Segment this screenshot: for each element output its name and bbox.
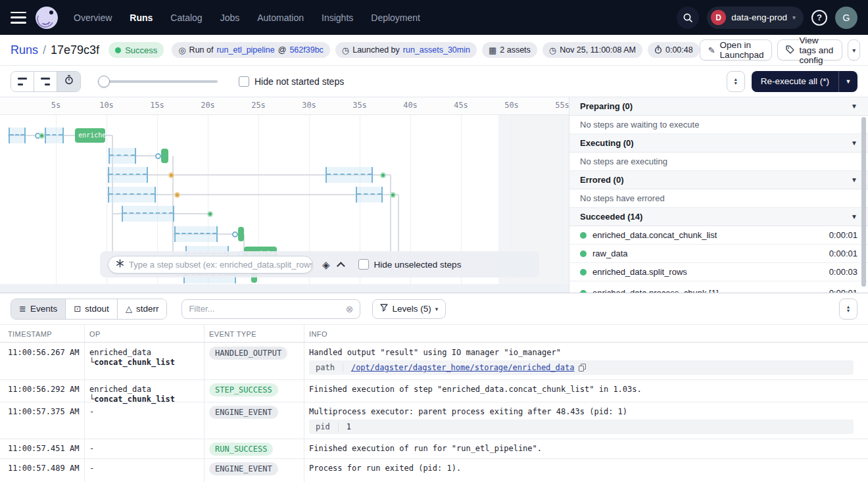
funnel-icon [380,304,388,314]
step-subset-input[interactable]: Type a step subset (ex: enriched_data.sp… [108,256,313,274]
step-row[interactable]: enriched_data.concat_chunk_list 0:00:01 [569,226,868,245]
gantt-step-bar[interactable] [161,149,168,163]
commit-link[interactable]: 562f39bc [289,45,323,55]
tag-launched-by[interactable]: ◷ Launched by run_assets_30min [335,42,477,58]
chevron-up-icon[interactable] [337,262,345,270]
storage-path-link[interactable]: /opt/dagster/dagster_home/storage/enrich… [351,363,575,372]
dagster-logo-icon[interactable] [36,7,58,29]
levels-dropdown[interactable]: Levels (5) ▾ [372,299,446,319]
event-row[interactable]: 11:00:56.292 AM enriched_data└concat_chu… [0,380,868,402]
slider-knob[interactable] [98,76,110,87]
events-pane: ≣Events ⊡stdout △stderr Filter... ⊗ Leve… [0,293,868,482]
open-in-launchpad-button[interactable]: ✎ Open in Launchpad [700,39,773,60]
gantt-step-bar[interactable] [238,227,244,241]
breadcrumb-runs-link[interactable]: Runs [11,43,38,57]
view-tags-config-button[interactable]: View tags and config [777,39,842,60]
nav-item-catalog[interactable]: Catalog [170,12,202,23]
user-avatar[interactable]: G [835,7,857,29]
step-row[interactable]: enriched_data.process_chunk [1] 0:00:01 [569,284,868,293]
executing-empty-text: No steps are executing [569,153,868,171]
col-op: OP [89,330,101,338]
tab-events[interactable]: ≣Events [11,299,66,319]
event-row[interactable]: 11:00:57.375 AM - ENGINE_EVENT Multiproc… [0,402,868,439]
events-expand-button[interactable]: ▴▾ [839,299,857,320]
op-selector-icon [116,258,124,270]
event-info: Multiprocess executor: parent process ex… [309,407,854,416]
slider-track [99,80,218,83]
event-op: - [89,407,94,417]
gantt-expand-button[interactable]: ▴▾ [727,71,745,92]
hide-not-started-checkbox[interactable] [239,76,249,87]
tab-stdout[interactable]: ⊡stdout [66,299,118,319]
run-tags: ◎ Run of run_etl_pipeline @ 562f39bc ◷ L… [172,42,699,58]
schedule-link[interactable]: run_assets_30min [403,45,470,55]
gantt-step-dot[interactable] [390,192,396,198]
event-timestamp: 11:00:57.489 AM [8,464,79,473]
gantt-step-dot[interactable] [155,153,161,159]
flatten-left-mode-button[interactable] [11,72,34,91]
nav-item-runs[interactable]: Runs [130,12,153,23]
tag-assets[interactable]: ▦ 2 assets [482,42,537,58]
gantt-step-bar[interactable]: enriche. [75,128,105,143]
event-type-badge: HANDLED_OUTPUT [209,347,287,360]
timed-mode-button[interactable] [57,72,80,91]
waterfall-mode-button[interactable] [34,72,57,91]
grid-icon: ▦ [489,46,496,55]
event-info: Finished execution of step "enriched_dat… [309,385,854,394]
layers-icon[interactable]: ◈ [322,260,330,270]
chevron-down-icon[interactable]: ▼ [839,78,857,85]
event-info: Finished execution of run for "run_etl_p… [309,444,854,453]
metadata-key: pid [309,422,339,431]
gantt-step-dot[interactable] [174,192,180,198]
help-icon[interactable]: ? [811,10,827,26]
nav-item-jobs[interactable]: Jobs [220,12,240,23]
event-row[interactable]: 11:00:56.267 AM enriched_data└concat_chu… [0,343,868,380]
section-succeeded[interactable]: Succeeded (14)▼ [569,208,868,226]
workspace-name: data-eng-prod [731,12,787,22]
gantt-view-mode-control [11,71,81,92]
event-op: - [89,444,94,454]
success-dot-icon [580,269,587,276]
gantt-zoom-slider[interactable] [99,76,218,87]
filter-input[interactable]: Filter... ⊗ [181,299,360,319]
pipeline-link[interactable]: run_etl_pipeline [216,45,274,55]
nav-item-overview[interactable]: Overview [74,12,112,23]
run-header-more-button[interactable]: ▾ [848,39,860,60]
gantt-axis-tick: 40s [403,101,418,110]
success-dot-icon [580,251,587,257]
step-row[interactable]: raw_data 0:00:01 [569,245,868,263]
gantt-step-dot[interactable] [39,133,45,139]
search-icon[interactable] [677,7,699,29]
chevron-down-icon: ▾ [792,14,796,21]
gantt-step-dot[interactable] [380,172,386,178]
nav-item-insights[interactable]: Insights [322,12,353,23]
gantt-step-dot[interactable] [232,231,238,237]
caret-down-icon: ▼ [851,139,857,147]
pencil-icon: ✎ [708,46,715,55]
section-errored[interactable]: Errored (0)▼ [569,171,868,189]
menu-icon[interactable] [11,12,26,24]
hide-not-started-label: Hide not started steps [254,76,344,87]
status-badge: Success [108,42,164,58]
nav-item-deployment[interactable]: Deployment [371,12,420,23]
event-type-badge: STEP_SUCCESS [209,383,278,397]
event-row[interactable]: 11:00:57.451 AM - RUN_SUCCESS Finished e… [0,439,868,459]
stopwatch-icon [64,75,74,87]
event-row[interactable]: 11:00:57.489 AM - ENGINE_EVENT Process f… [0,459,868,482]
nav-item-automation[interactable]: Automation [257,12,304,23]
section-executing[interactable]: Executing (0)▼ [569,134,868,153]
gantt-step-dot[interactable] [207,211,213,217]
warning-triangle-icon: △ [126,304,132,314]
tag-run-of[interactable]: ◎ Run of run_etl_pipeline @ 562f39bc [172,42,330,58]
tab-stderr[interactable]: △stderr [118,299,167,319]
panel-scrollbar[interactable] [861,117,866,287]
gantt-step-dot[interactable] [168,172,174,178]
workspace-switcher[interactable]: D data-eng-prod ▾ [707,7,804,29]
step-row[interactable]: enriched_data.split_rows 0:00:03 [569,263,868,281]
hide-unselected-checkbox[interactable] [358,259,369,270]
copy-icon[interactable] [579,364,586,372]
gantt-hscrollbar[interactable] [0,284,569,293]
reexecute-all-button[interactable]: Re-execute all (*) ▼ [752,71,857,92]
section-preparing[interactable]: Preparing (0)▼ [569,97,868,116]
clear-filter-icon[interactable]: ⊗ [346,304,354,314]
